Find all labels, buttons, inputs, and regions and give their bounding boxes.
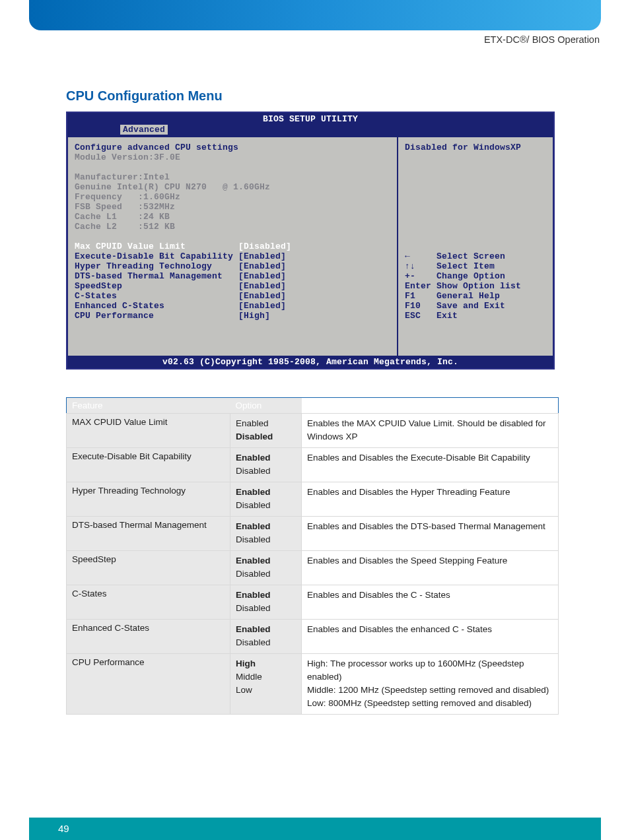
option-cell: EnabledDisabled [230, 620, 302, 654]
feature-cell: Execute-Disable Bit Capability [67, 448, 230, 482]
bios-line: FSB Speed :532MHz [75, 202, 390, 212]
description-line: Enables and Disables the Hyper Threading… [307, 486, 553, 499]
bios-title: BIOS SETUP UTILITY [67, 113, 553, 125]
feature-table: Feature Option Description MAX CPUID Val… [66, 397, 559, 715]
description-line: Low: 800MHz (Speedstep setting removed a… [307, 697, 553, 710]
description-cell: Enables the MAX CPUID Value Limit. Shoul… [302, 414, 559, 448]
bios-tab-advanced: Advanced [120, 125, 168, 135]
option-value: Disabled [236, 636, 296, 649]
feature-cell: Enhanced C-States [67, 620, 230, 654]
description-line: Enables and Disables the Execute-Disable… [307, 451, 553, 465]
description-line: Enables and Disables the Speed Stepping … [307, 554, 553, 567]
option-value: Enabled [236, 486, 296, 499]
page-top-banner-fill [29, 0, 601, 30]
bios-nav-hint: Enter Show Option list [405, 281, 546, 291]
option-value: Enabled [236, 520, 296, 533]
bios-nav-hint: +- Change Option [405, 271, 546, 281]
option-cell: EnabledDisabled [230, 551, 302, 585]
option-value: Enabled [236, 554, 296, 567]
feature-table-header-row: Feature Option Description [67, 398, 559, 414]
description-line: Windows XP [307, 430, 553, 443]
option-cell: EnabledDisabled [230, 482, 302, 517]
bios-nav-hint: F10 Save and Exit [405, 301, 546, 311]
table-row: C-StatesEnabledDisabledEnables and Disab… [67, 585, 559, 620]
feature-cell: CPU Performance [67, 654, 230, 715]
bios-line: Cache L1 :24 KB [75, 212, 390, 222]
description-cell: Enables and Disables the Hyper Threading… [302, 482, 559, 517]
option-header: Option [230, 398, 302, 414]
feature-header: Feature [67, 398, 230, 414]
option-value: Low [236, 684, 296, 697]
bios-line [75, 340, 390, 350]
option-value: Enabled [236, 451, 296, 465]
bios-line: SpeedStep [Enabled] [75, 281, 390, 291]
option-value: Disabled [236, 567, 296, 581]
option-value: Middle [236, 670, 296, 684]
table-row: Hyper Threading TechnologyEnabledDisable… [67, 482, 559, 517]
option-value: Disabled [236, 533, 296, 546]
option-value: Enabled [236, 417, 296, 430]
option-value: Enabled [236, 589, 296, 602]
bios-line: Execute-Disable Bit Capability [Enabled] [75, 251, 390, 261]
feature-cell: MAX CPUID Value Limit [67, 414, 230, 448]
description-line: Enables the MAX CPUID Value Limit. Shoul… [307, 417, 553, 430]
feature-cell: DTS-based Thermal Management [67, 517, 230, 551]
bios-line: Manufacturer:Intel [75, 172, 390, 182]
option-value: High [236, 657, 296, 670]
page-number: 49 [58, 823, 69, 834]
description-cell: Enables and Disables the Speed Stepping … [302, 551, 559, 585]
option-cell: EnabledDisabled [230, 414, 302, 448]
description-cell: Enables and Disables the C - States [302, 585, 559, 620]
bios-line: Genuine Intel(R) CPU N270 @ 1.60GHz [75, 182, 390, 192]
bios-line [75, 331, 390, 340]
bios-help-pane: Disabled for WindowsXP ← Select Screen↑↓… [398, 137, 553, 356]
bios-help-text: Disabled for WindowsXP [405, 143, 546, 152]
bios-nav-hint: F1 General Help [405, 291, 546, 301]
bios-line: C-States [Enabled] [75, 291, 390, 301]
description-cell: Enables and Disables the enhanced C - St… [302, 620, 559, 654]
bios-line: Frequency :1.60GHz [75, 192, 390, 202]
page-title: CPU Configuration Menu [66, 88, 560, 104]
option-cell: EnabledDisabled [230, 448, 302, 482]
bios-settings-pane: Configure advanced CPU settingsModule Ve… [67, 137, 398, 356]
table-row: Execute-Disable Bit CapabilityEnabledDis… [67, 448, 559, 482]
bios-line [75, 232, 390, 242]
feature-cell: SpeedStep [67, 551, 230, 585]
bios-nav-hint: ← Select Screen [405, 251, 546, 261]
feature-cell: C-States [67, 585, 230, 620]
bios-menubar: Advanced [67, 125, 553, 137]
bios-line: DTS-based Thermal Management [Enabled] [75, 271, 390, 281]
option-cell: EnabledDisabled [230, 585, 302, 620]
bios-line [75, 321, 390, 331]
description-line: Middle: 1200 MHz (Speedstep setting remo… [307, 684, 553, 697]
feature-cell: Hyper Threading Technology [67, 482, 230, 517]
option-cell: EnabledDisabled [230, 517, 302, 551]
bios-line [75, 162, 390, 172]
description-line: Enables and Disables the C - States [307, 589, 553, 602]
bios-line: Module Version:3F.0E [75, 152, 390, 162]
page-number-footer: 49 [29, 818, 601, 840]
bios-screenshot: BIOS SETUP UTILITY Advanced Configure ad… [66, 112, 555, 370]
bios-line: Configure advanced CPU settings [75, 143, 390, 152]
table-row: SpeedStepEnabledDisabledEnables and Disa… [67, 551, 559, 585]
option-value: Disabled [236, 499, 296, 512]
bios-line: Hyper Threading Technology [Enabled] [75, 261, 390, 271]
table-row: MAX CPUID Value LimitEnabledDisabledEnab… [67, 414, 559, 448]
bios-nav-hint: ESC Exit [405, 311, 546, 321]
description-line: Enables and Disables the DTS-based Therm… [307, 520, 553, 533]
bios-line: CPU Performance [High] [75, 311, 390, 321]
option-value: Disabled [236, 430, 296, 443]
table-row: CPU PerformanceHighMiddleLowHigh: The pr… [67, 654, 559, 715]
description-cell: Enables and Disables the Execute-Disable… [302, 448, 559, 482]
page-top-banner [0, 0, 630, 30]
bios-line: Cache L2 :512 KB [75, 222, 390, 232]
bios-nav-hint: ↑↓ Select Item [405, 261, 546, 271]
description-cell: Enables and Disables the DTS-based Therm… [302, 517, 559, 551]
option-value: Enabled [236, 623, 296, 636]
option-cell: HighMiddleLow [230, 654, 302, 715]
table-row: Enhanced C-StatesEnabledDisabledEnables … [67, 620, 559, 654]
bios-line: Enhanced C-States [Enabled] [75, 301, 390, 311]
option-value: Disabled [236, 465, 296, 478]
description-line: Enables and Disables the enhanced C - St… [307, 623, 553, 636]
option-value: Disabled [236, 602, 296, 615]
